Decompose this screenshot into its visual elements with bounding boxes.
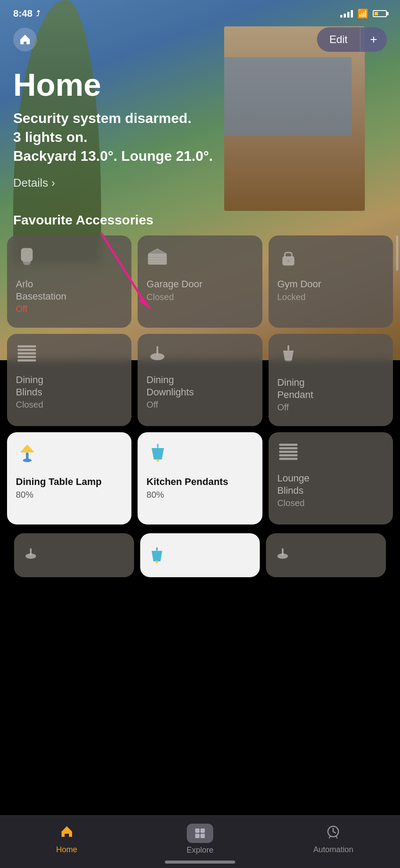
home-tab-icon (59, 824, 74, 843)
bottom-peek-row (0, 533, 400, 639)
svg-point-21 (23, 459, 32, 462)
home-tab-label: Home (56, 845, 77, 854)
svg-rect-25 (279, 444, 298, 446)
svg-rect-32 (156, 547, 158, 551)
dining-downlights-status: Off (146, 400, 158, 410)
accessory-card-dining-downlights[interactable]: DiningDownlights Off (138, 334, 262, 426)
lounge-blinds-name: LoungeBlinds (277, 472, 309, 496)
automation-tab-label: Automation (313, 845, 353, 854)
status-icons-group: 📶 (340, 8, 387, 19)
pendant-icon (277, 344, 299, 369)
svg-rect-3 (23, 261, 31, 264)
peek-card-2[interactable] (140, 533, 260, 577)
status-bar: 8:48 ⤴ 📶 (0, 0, 400, 19)
arlo-status: Off (16, 304, 27, 314)
garage-icon (146, 246, 168, 271)
subtitle-line3: Backyard 13.0°. Lounge 21.0°. (13, 148, 213, 164)
peek-icon-3 (274, 546, 291, 564)
explore-tab-label: Explore (186, 846, 213, 855)
svg-point-33 (156, 561, 158, 563)
wifi-icon: 📶 (357, 8, 368, 19)
svg-rect-11 (18, 345, 36, 347)
accessory-card-dining-blinds[interactable]: DiningBlinds Closed (7, 334, 131, 426)
edit-button[interactable]: Edit (317, 28, 360, 51)
time-display: 8:48 (13, 8, 33, 19)
table-lamp-icon (16, 443, 39, 469)
tab-automation[interactable]: Automation (307, 824, 360, 854)
scroll-indicator (396, 235, 398, 271)
accessory-card-gym[interactable]: Gym Door Locked (269, 235, 393, 328)
svg-point-22 (26, 445, 29, 448)
home-nav-button[interactable] (13, 28, 37, 51)
svg-rect-26 (279, 447, 298, 449)
garage-name: Garage Door (146, 278, 202, 290)
home-subtitle: Security system disarmed. 3 lights on. B… (13, 109, 387, 166)
speaker-icon (16, 246, 38, 271)
dining-pendant-status: Off (277, 402, 289, 412)
details-label: Details › (13, 176, 55, 190)
dining-blinds-status: Closed (16, 400, 43, 410)
svg-point-16 (150, 353, 164, 360)
svg-point-19 (285, 359, 292, 362)
details-link[interactable]: Details › (13, 176, 387, 190)
subtitle-line2: 3 lights on. (13, 129, 87, 145)
svg-rect-2 (21, 248, 33, 261)
svg-rect-18 (287, 345, 289, 351)
lock-icon (277, 246, 299, 271)
lounge-blinds-status: Closed (277, 498, 305, 508)
dining-downlights-name: DiningDownlights (146, 374, 194, 398)
battery-icon (373, 10, 387, 17)
svg-rect-23 (157, 444, 159, 448)
edit-plus-group: Edit + (317, 27, 387, 52)
svg-rect-29 (279, 458, 298, 460)
peek-card-1[interactable] (14, 533, 134, 577)
tab-explore[interactable]: Explore (174, 824, 226, 855)
home-title: Home (13, 69, 387, 102)
svg-rect-4 (24, 264, 29, 265)
svg-rect-12 (18, 349, 36, 351)
kitchen-pendant-icon (146, 443, 169, 469)
explore-tab-icon (187, 824, 213, 843)
tab-home[interactable]: Home (40, 824, 93, 854)
gym-name: Gym Door (277, 278, 321, 290)
svg-point-10 (287, 260, 290, 262)
dining-lamp-name: Dining Table Lamp (16, 476, 102, 488)
peek-icon-2 (148, 546, 166, 564)
svg-rect-37 (200, 828, 205, 833)
peek-icon-1 (22, 546, 40, 564)
svg-rect-36 (195, 828, 200, 833)
kitchen-pendants-status: 80% (146, 490, 164, 500)
automation-tab-icon (326, 824, 341, 843)
svg-rect-14 (18, 356, 36, 358)
svg-rect-35 (282, 548, 284, 555)
ceiling-light-icon (146, 344, 168, 367)
lounge-blinds-icon (277, 443, 299, 465)
accessory-card-kitchen-pendants[interactable]: Kitchen Pendants 80% (138, 432, 262, 524)
hero-text-block: Home Security system disarmed. 3 lights … (0, 60, 400, 190)
status-time-group: 8:48 ⤴ (13, 8, 40, 19)
accessory-card-dining-pendant[interactable]: DiningPendant Off (269, 334, 393, 426)
house-icon (19, 33, 31, 46)
peek-cards (7, 533, 393, 577)
location-arrow-icon: ⤴ (36, 9, 40, 18)
peek-card-3[interactable] (266, 533, 386, 577)
accessories-grid: ArloBasestation Off Garage Door Closed (7, 235, 393, 524)
accessory-card-arlo[interactable]: ArloBasestation Off (7, 235, 131, 328)
dining-blinds-name: DiningBlinds (16, 374, 43, 398)
accessory-card-dining-lamp[interactable]: Dining Table Lamp 80% (7, 432, 131, 524)
accessory-card-lounge-blinds[interactable]: LoungeBlinds Closed (269, 432, 393, 524)
svg-rect-39 (200, 834, 205, 838)
accessory-card-garage[interactable]: Garage Door Closed (138, 235, 262, 328)
accessories-area: ArloBasestation Off Garage Door Closed (0, 235, 400, 533)
favourite-accessories-label: Favourite Accessories (0, 203, 400, 235)
signal-icon (340, 10, 353, 18)
subtitle-line1: Security system disarmed. (13, 110, 192, 126)
gym-status: Locked (277, 292, 306, 302)
add-button[interactable]: + (360, 27, 387, 52)
dining-pendant-name: DiningPendant (277, 376, 313, 401)
svg-rect-13 (18, 352, 36, 354)
kitchen-pendants-name: Kitchen Pendants (146, 476, 228, 488)
dining-lamp-status: 80% (16, 490, 33, 500)
svg-rect-27 (279, 451, 298, 453)
svg-point-24 (156, 459, 159, 462)
